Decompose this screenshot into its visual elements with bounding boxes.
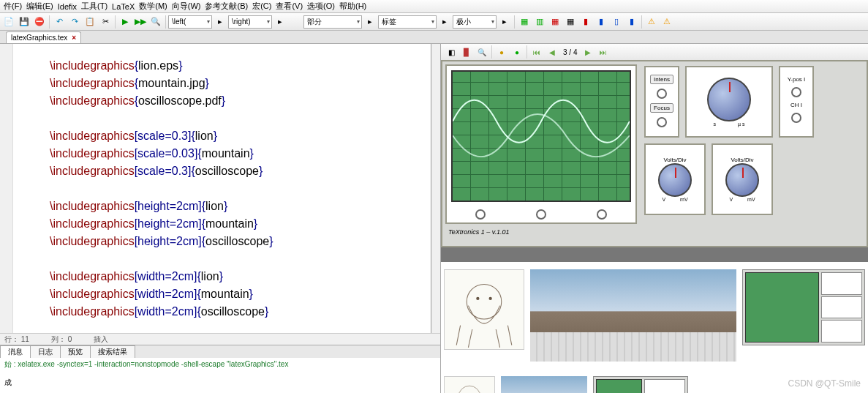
next-icon[interactable]: ▸: [213, 15, 227, 29]
svg-point-1: [476, 297, 479, 300]
flag4-icon[interactable]: ▮: [624, 15, 639, 29]
copy-icon[interactable]: 📋: [83, 15, 97, 29]
menu-item[interactable]: 查看(V): [273, 1, 305, 12]
menu-item[interactable]: 数学(M): [137, 1, 170, 12]
flag3-icon[interactable]: ▯: [609, 15, 624, 29]
cut-icon[interactable]: ✂: [98, 15, 113, 29]
svg-point-0: [467, 284, 502, 319]
redo-icon[interactable]: ↷: [67, 15, 82, 29]
mountain-image: [530, 269, 736, 362]
menu-item[interactable]: 向导(W): [170, 1, 203, 12]
page-indicator: 3 / 4: [560, 48, 580, 56]
grid3-icon[interactable]: ▦: [548, 15, 562, 29]
status-bar: 行： 11 列： 0 插入: [0, 333, 440, 345]
pv-last-icon[interactable]: ⏭: [596, 45, 611, 59]
file-tab-label: latexGraphics.tex: [11, 34, 67, 42]
left-delim-combo[interactable]: \left(: [168, 15, 212, 29]
oscilloscope-mini-sm: [593, 376, 688, 393]
undo-icon[interactable]: ↶: [52, 15, 67, 29]
menu-bar: 件(F)编辑(E)Idefix工具(T)LaTeX数学(M)向导(W)参考文献(…: [0, 0, 868, 13]
save-icon[interactable]: 💾: [17, 15, 31, 29]
build-icon[interactable]: ▶: [118, 15, 132, 29]
grid2-icon[interactable]: ▥: [532, 15, 547, 29]
pv-btn[interactable]: ◧: [444, 45, 458, 59]
output-tab[interactable]: 搜索结果: [90, 345, 135, 358]
menu-item[interactable]: 参考文献(B): [203, 1, 250, 12]
warn2-icon[interactable]: ⚠: [660, 15, 674, 29]
menu-item[interactable]: 编辑(E): [24, 1, 56, 12]
flag2-icon[interactable]: ▮: [594, 15, 608, 29]
label-combo[interactable]: 标签: [378, 15, 437, 29]
gutter: [0, 44, 13, 333]
right-delim-combo[interactable]: \right): [228, 15, 272, 29]
main-toolbar: 📄 💾 ⛔ ↶ ↷ 📋 ✂ ▶ ▶▶ 🔍 \left( ▸ \right) ▸ …: [0, 13, 868, 31]
menu-item[interactable]: Idefix: [56, 2, 79, 11]
menu-item[interactable]: 工具(T): [79, 1, 110, 12]
close-tab-icon[interactable]: ×: [72, 34, 76, 42]
mountain-image-sm: [501, 376, 587, 393]
flag1-icon[interactable]: ▮: [578, 15, 593, 29]
stop-icon[interactable]: 🔍: [148, 15, 163, 29]
pdf-preview[interactable]: TeXtronics 1 – v.1.01 Intens Focus sµ s: [441, 60, 868, 393]
editor-scrollbar[interactable]: [431, 44, 440, 333]
preview-toolbar: ◧ ▉ 🔍 ● ● ⏮ ◀ 3 / 4 ▶ ⏭: [441, 44, 868, 60]
pv-first-icon[interactable]: ⏮: [529, 45, 544, 59]
lion-image: [444, 269, 524, 350]
warn-icon[interactable]: ⚠: [644, 15, 659, 29]
output-tab[interactable]: 预览: [60, 345, 91, 358]
buildview-icon[interactable]: ▶▶: [133, 15, 148, 29]
close-icon[interactable]: ⛔: [32, 15, 47, 29]
menu-item[interactable]: 帮助(H): [337, 1, 369, 12]
output-tab[interactable]: 日志: [30, 345, 61, 358]
next2-icon[interactable]: ▸: [273, 15, 287, 29]
pv-prev-icon[interactable]: ◀: [545, 45, 559, 59]
menu-item[interactable]: LaTeX: [110, 2, 137, 11]
pv-dot2[interactable]: ●: [510, 45, 524, 59]
menu-item[interactable]: 宏(C): [250, 1, 273, 12]
file-tab[interactable]: latexGraphics.tex ×: [6, 31, 81, 43]
oscilloscope-mini: [742, 269, 865, 345]
menu-item[interactable]: 件(F): [1, 1, 24, 12]
oscilloscope-image: TeXtronics 1 – v.1.01 Intens Focus sµ s: [441, 60, 868, 247]
lion-image-sm: [444, 376, 495, 393]
watermark: CSDN @QT-Smile: [788, 378, 861, 389]
new-icon[interactable]: 📄: [1, 15, 16, 29]
pv-dot1[interactable]: ●: [494, 45, 509, 59]
file-tab-bar: latexGraphics.tex ×: [0, 31, 868, 44]
svg-point-3: [458, 386, 480, 393]
message-area: 始 : xelatex.exe -synctex=1 -interaction=…: [0, 358, 440, 393]
menu-item[interactable]: 选项(O): [305, 1, 337, 12]
grid4-icon[interactable]: ▦: [563, 15, 578, 29]
preview-row-scaled: [441, 262, 868, 369]
output-tabs: 消息日志预览搜索结果: [0, 345, 440, 358]
pv-zoom-icon[interactable]: 🔍: [475, 45, 489, 59]
grid1-icon[interactable]: ▦: [517, 15, 532, 29]
output-tab[interactable]: 消息: [0, 345, 31, 358]
code-editor[interactable]: \includegraphics{lion.eps} \includegraph…: [13, 44, 431, 333]
pv-book-icon[interactable]: ▉: [459, 45, 474, 59]
section-combo[interactable]: 部分: [303, 15, 362, 29]
svg-point-2: [488, 297, 491, 300]
size-combo[interactable]: 极小: [453, 15, 497, 29]
pv-next-icon[interactable]: ▶: [581, 45, 595, 59]
